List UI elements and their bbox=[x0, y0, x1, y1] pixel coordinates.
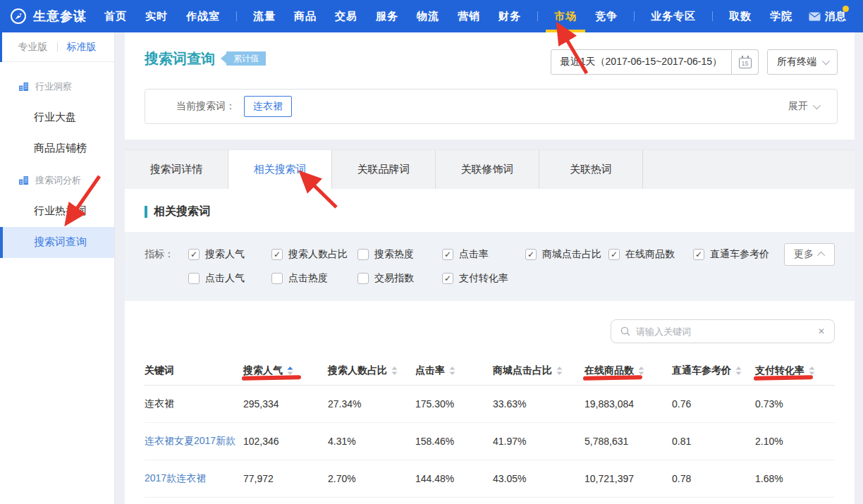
value-cell: 33.63% bbox=[493, 398, 584, 410]
version-tab-专业版[interactable]: 专业版 bbox=[9, 41, 57, 54]
tab-搜索词详情[interactable]: 搜索词详情 bbox=[125, 150, 228, 189]
nav-item-学院[interactable]: 学院 bbox=[761, 0, 802, 32]
expand-toggle[interactable]: 展开 bbox=[788, 100, 819, 113]
nav-item-服务[interactable]: 服务 bbox=[367, 0, 408, 32]
metric-checkbox-交易指数[interactable]: 交易指数 bbox=[357, 272, 442, 285]
checked-checkbox-icon[interactable]: ✓ bbox=[525, 249, 537, 260]
checked-checkbox-icon[interactable]: ✓ bbox=[693, 249, 704, 260]
nav-item-取数[interactable]: 取数 bbox=[720, 0, 761, 32]
sort-icon[interactable] bbox=[735, 366, 742, 376]
date-range-text: 最近1天（2017-06-15~2017-06-15） bbox=[561, 56, 722, 68]
sort-icon[interactable] bbox=[449, 366, 455, 376]
keyword-search-input[interactable] bbox=[636, 326, 812, 337]
checked-checkbox-icon[interactable]: ✓ bbox=[271, 249, 283, 260]
nav-item-作战室[interactable]: 作战室 bbox=[177, 0, 229, 32]
column-header-点击率[interactable]: 点击率 bbox=[415, 364, 493, 377]
metric-checkbox-支付转化率[interactable]: ✓支付转化率 bbox=[442, 272, 525, 285]
nav-item-市场[interactable]: 市场 bbox=[545, 0, 586, 32]
checked-checkbox-icon[interactable]: ✓ bbox=[442, 273, 453, 284]
column-header-label: 直通车参考价 bbox=[672, 364, 731, 377]
column-header-在线商品数[interactable]: 在线商品数 bbox=[584, 364, 672, 377]
nav-item-物流[interactable]: 物流 bbox=[408, 0, 448, 32]
metric-checkbox-点击热度[interactable]: 点击热度 bbox=[271, 272, 357, 285]
metric-checkbox-搜索人数占比[interactable]: ✓搜索人数占比 bbox=[271, 248, 357, 261]
metric-checkbox-商城点击占比[interactable]: ✓商城点击占比 bbox=[525, 248, 608, 261]
sidebar-item-商品店铺榜[interactable]: 商品店铺榜 bbox=[0, 133, 114, 164]
column-header-商城点击占比[interactable]: 商城点击占比 bbox=[493, 364, 584, 377]
unchecked-checkbox-icon[interactable] bbox=[271, 273, 283, 284]
app-logo[interactable]: 生意参谋 bbox=[0, 8, 95, 25]
metric-checkbox-搜索热度[interactable]: 搜索热度 bbox=[357, 248, 442, 261]
keyword-cell-连衣裙女夏2017新款[interactable]: 连衣裙女夏2017新款 bbox=[145, 435, 243, 448]
nav-item-竞争[interactable]: 竞争 bbox=[586, 0, 627, 32]
sidebar-item-搜索词查询[interactable]: 搜索词查询 bbox=[0, 227, 114, 258]
keyword-cell-2017款连衣裙[interactable]: 2017款连衣裙 bbox=[145, 472, 243, 485]
value-cell: 41.97% bbox=[493, 436, 584, 447]
tab-关联热词[interactable]: 关联热词 bbox=[539, 150, 643, 189]
nav-item-商品[interactable]: 商品 bbox=[285, 0, 326, 32]
checked-checkbox-icon[interactable]: ✓ bbox=[442, 249, 453, 260]
value-cell: 175.30% bbox=[415, 398, 493, 410]
annotation-underline bbox=[754, 375, 813, 381]
cumulative-value-badge: 累计值 bbox=[226, 51, 266, 66]
compass-logo-icon bbox=[10, 8, 27, 25]
search-icon bbox=[620, 326, 630, 336]
column-header-搜索人数占比[interactable]: 搜索人数占比 bbox=[328, 364, 415, 377]
current-term-tag[interactable]: 连衣裙 bbox=[244, 96, 292, 117]
sidebar-item-行业大盘[interactable]: 行业大盘 bbox=[0, 102, 114, 133]
checked-checkbox-icon[interactable]: ✓ bbox=[188, 249, 200, 260]
sort-icon[interactable] bbox=[809, 366, 815, 376]
sort-icon[interactable] bbox=[391, 366, 398, 376]
tab-相关搜索词[interactable]: 相关搜索词 bbox=[228, 150, 332, 189]
checked-checkbox-icon[interactable]: ✓ bbox=[608, 249, 620, 260]
date-range-picker[interactable]: 最近1天（2017-06-15~2017-06-15） bbox=[551, 49, 732, 75]
column-header-搜索人气[interactable]: 搜索人气 bbox=[243, 364, 328, 377]
nav-item-流量[interactable]: 流量 bbox=[244, 0, 285, 32]
clear-search-icon[interactable]: ✕ bbox=[818, 326, 825, 336]
metric-checkbox-点击人气[interactable]: 点击人气 bbox=[188, 272, 271, 285]
nav-divider bbox=[634, 11, 635, 21]
unchecked-checkbox-icon[interactable] bbox=[357, 273, 369, 284]
keyword-search-row: ✕ bbox=[125, 301, 855, 353]
version-tab-标准版[interactable]: 标准版 bbox=[58, 41, 106, 54]
column-header-支付转化率[interactable]: 支付转化率 bbox=[755, 364, 835, 377]
value-cell: 144.48% bbox=[415, 473, 493, 484]
column-header-直通车参考价[interactable]: 直通车参考价 bbox=[672, 364, 755, 377]
column-header-label: 关键词 bbox=[145, 364, 174, 377]
nav-item-交易[interactable]: 交易 bbox=[326, 0, 367, 32]
sort-icon[interactable] bbox=[287, 366, 293, 376]
metric-checkbox-点击率[interactable]: ✓点击率 bbox=[442, 248, 525, 261]
tab-关联修饰词[interactable]: 关联修饰词 bbox=[436, 150, 539, 189]
metric-checkbox-直通车参考价[interactable]: ✓直通车参考价 bbox=[693, 248, 788, 261]
sidebar-item-行业热搜词[interactable]: 行业热搜词 bbox=[0, 196, 114, 227]
messages-button[interactable]: 消息 bbox=[809, 10, 852, 23]
terminal-select[interactable]: 所有终端 bbox=[767, 49, 838, 75]
metric-name: 点击率 bbox=[459, 248, 489, 261]
nav-item-营销[interactable]: 营销 bbox=[448, 0, 489, 32]
nav-item-业务专区[interactable]: 业务专区 bbox=[642, 0, 705, 32]
brand-name: 生意参谋 bbox=[33, 8, 87, 25]
sort-icon[interactable] bbox=[556, 366, 563, 376]
value-cell: 0.78 bbox=[672, 473, 755, 484]
nav-item-首页[interactable]: 首页 bbox=[95, 0, 136, 32]
nav-item-实时[interactable]: 实时 bbox=[136, 0, 177, 32]
calendar-button[interactable]: 15 bbox=[732, 49, 759, 75]
current-term-panel: 当前搜索词： 连衣裙 展开 bbox=[145, 89, 838, 124]
unchecked-checkbox-icon[interactable] bbox=[188, 273, 200, 284]
building-icon bbox=[18, 176, 29, 185]
value-cell: 2.70% bbox=[328, 473, 415, 484]
nav-item-财务[interactable]: 财务 bbox=[489, 0, 530, 32]
terminal-select-value: 所有终端 bbox=[777, 56, 816, 68]
metric-name: 点击热度 bbox=[288, 272, 328, 285]
tab-关联品牌词[interactable]: 关联品牌词 bbox=[332, 150, 436, 189]
content-tabs: 搜索词详情相关搜索词关联品牌词关联修饰词关联热词 bbox=[125, 149, 855, 189]
metric-checkbox-搜索人气[interactable]: ✓搜索人气 bbox=[188, 248, 271, 261]
metric-name: 支付转化率 bbox=[459, 272, 508, 285]
metric-checkbox-在线商品数[interactable]: ✓在线商品数 bbox=[608, 248, 693, 261]
more-metrics-button[interactable]: 更多 bbox=[784, 243, 835, 266]
sort-icon[interactable] bbox=[638, 366, 644, 376]
main-content: 搜索词查询 累计值 最近1天（2017-06-15~2017-06-15） 15… bbox=[115, 32, 863, 504]
chevron-down-icon bbox=[822, 57, 830, 65]
unchecked-checkbox-icon[interactable] bbox=[357, 249, 369, 260]
nav-divider bbox=[236, 11, 237, 21]
